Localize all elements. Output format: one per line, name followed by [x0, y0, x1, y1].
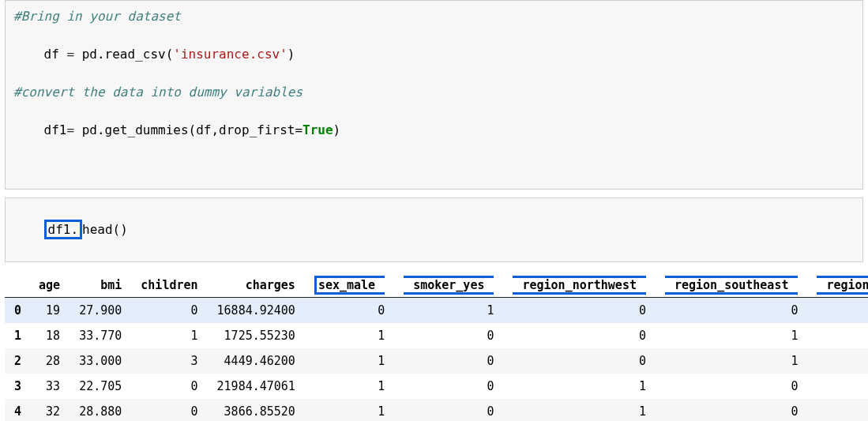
table-cell: 0 [305, 298, 394, 324]
table-header-region_southeast: region_southeast [656, 273, 808, 298]
table-cell: 1 [503, 399, 656, 421]
code-text: df1 [44, 122, 67, 137]
table-header-region_northwest: region_northwest [503, 273, 656, 298]
table-cell: 1 [131, 323, 207, 348]
table-cell: 3 [131, 348, 207, 374]
table-cell: 21984.47061 [208, 374, 305, 399]
table-cell: 33.770 [70, 323, 131, 348]
table-cell: 33 [29, 374, 70, 399]
table-cell: 0 [807, 348, 868, 374]
table-index-cell: 3 [5, 374, 29, 399]
table-cell: 18 [29, 323, 70, 348]
table-cell: 1 [656, 323, 808, 348]
table-cell: 0 [131, 298, 207, 324]
code-cell-2[interactable]: df1.head() [5, 197, 863, 262]
table-header-children: children [131, 273, 207, 298]
table-index-cell: 1 [5, 323, 29, 348]
code-text: = [66, 122, 81, 137]
code-text: True [302, 122, 333, 137]
table-cell: 1 [503, 374, 656, 399]
table-cell: 0 [394, 348, 503, 374]
table-index-cell: 4 [5, 399, 29, 421]
code-text: df [44, 47, 67, 62]
code-comment: #Bring in your dataset [13, 9, 181, 24]
table-row: 11833.77011725.5523010010 [5, 323, 868, 348]
code-text: 'insurance.csv' [173, 47, 287, 62]
code-text: pd [82, 122, 97, 137]
table-header-region_southwest: region_southwest [807, 273, 868, 298]
table-header-bmi: bmi [70, 273, 131, 298]
table-row: 33322.705021984.4706110100 [5, 374, 868, 399]
table-cell: 19 [29, 298, 70, 324]
code-text: = [66, 47, 81, 62]
table-cell: 27.900 [70, 298, 131, 324]
highlight-df1: df1. [44, 220, 83, 239]
table-cell: 22.705 [70, 374, 131, 399]
table-cell: 0 [656, 298, 808, 324]
code-text: head() [82, 222, 128, 237]
table-index-cell: 2 [5, 348, 29, 374]
table-header-row: age bmi children charges sex_male smoker… [5, 273, 868, 298]
table-cell: 28.880 [70, 399, 131, 421]
table-cell: 0 [807, 323, 868, 348]
table-row: 43228.88003866.8552010100 [5, 399, 868, 421]
table-cell: 0 [807, 399, 868, 421]
table-row: 01927.900016884.9240001001 [5, 298, 868, 324]
table-cell: 0 [394, 323, 503, 348]
table-cell: 28 [29, 348, 70, 374]
table-cell: 0 [503, 298, 656, 324]
table-header-charges: charges [208, 273, 305, 298]
table-cell: 0 [131, 374, 207, 399]
table-header-index [5, 273, 29, 298]
code-text: ) [333, 122, 341, 137]
code-text: .read_csv( [97, 47, 173, 62]
table-cell: 1 [656, 348, 808, 374]
table-header-smoker_yes: smoker_yes [394, 273, 503, 298]
table-cell: 1725.55230 [208, 323, 305, 348]
output-dataframe: age bmi children charges sex_male smoker… [5, 270, 863, 421]
code-text: .get_dummies(df,drop_first= [97, 122, 302, 137]
code-comment: #convert the data into dummy variables [13, 85, 302, 100]
table-cell: 0 [503, 323, 656, 348]
table-cell: 0 [394, 399, 503, 421]
table-cell: 16884.92400 [208, 298, 305, 324]
table-header-sex_male: sex_male [305, 273, 394, 298]
table-cell: 32 [29, 399, 70, 421]
table-cell: 1 [305, 348, 394, 374]
table-row: 22833.00034449.4620010010 [5, 348, 868, 374]
table-cell: 1 [394, 298, 503, 324]
table-index-cell: 0 [5, 298, 29, 324]
table-cell: 0 [131, 399, 207, 421]
table-cell: 1 [305, 374, 394, 399]
table-cell: 0 [503, 348, 656, 374]
table-cell: 1 [305, 399, 394, 421]
table-cell: 33.000 [70, 348, 131, 374]
code-text: ) [287, 47, 295, 62]
table-cell: 1 [807, 298, 868, 324]
table-cell: 0 [807, 374, 868, 399]
table-cell: 0 [656, 399, 808, 421]
code-text: pd [82, 47, 97, 62]
table-cell: 3866.85520 [208, 399, 305, 421]
table-header-age: age [29, 273, 70, 298]
table-cell: 4449.46200 [208, 348, 305, 374]
code-cell-1[interactable]: #Bring in your dataset df = pd.read_csv(… [5, 0, 863, 190]
table-cell: 1 [305, 323, 394, 348]
table-cell: 0 [656, 374, 808, 399]
table-cell: 0 [394, 374, 503, 399]
dataframe-table: age bmi children charges sex_male smoker… [5, 273, 868, 421]
